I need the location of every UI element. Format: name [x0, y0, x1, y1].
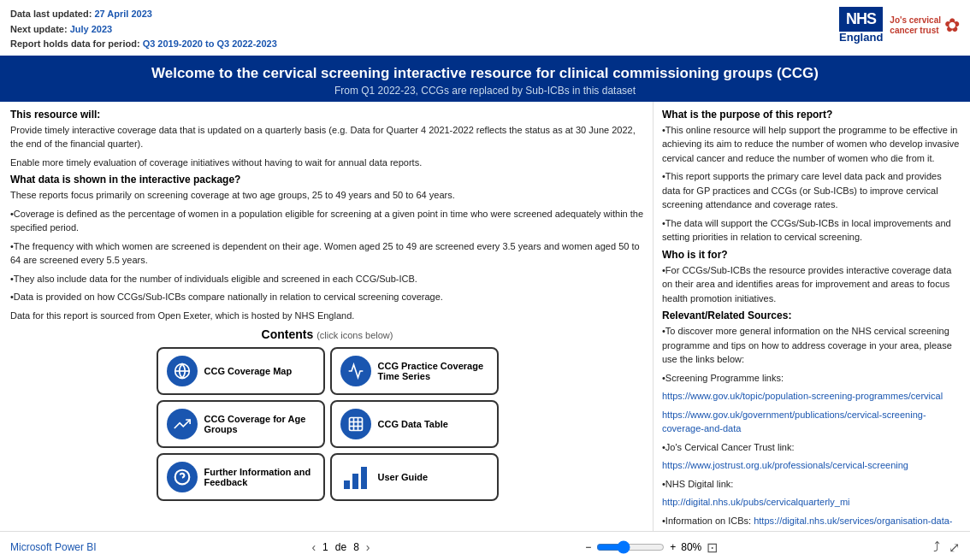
sources-intro: •To discover more general information on…: [662, 324, 960, 367]
main-content: This resource will: Provide timely inter…: [0, 102, 970, 531]
meta-info: Data last updated: 27 April 2023 Next up…: [10, 7, 277, 52]
share-button[interactable]: ⤴: [933, 539, 940, 555]
fit-page-button[interactable]: ⊡: [707, 539, 718, 556]
zoom-control: − + 80% ⊡: [585, 539, 718, 556]
svg-rect-2: [349, 418, 362, 431]
ccg-map-button[interactable]: CCG Coverage Map: [157, 347, 325, 395]
fullscreen-button[interactable]: ⤢: [949, 539, 960, 556]
who-text: •For CCGs/Sub-ICBs the resource provides…: [662, 263, 960, 306]
bar-chart-icon: [340, 462, 371, 492]
what-bullet3: •They also include data for the number o…: [10, 272, 644, 286]
page-current: 1: [322, 541, 328, 553]
next-update-label: Next update:: [10, 24, 68, 34]
link1[interactable]: https://www.gov.uk/topic/population-scre…: [662, 391, 943, 401]
zoom-value: 80%: [681, 541, 701, 553]
who-title: Who is it for?: [662, 249, 960, 261]
right-panel: What is the purpose of this report? •Thi…: [654, 102, 970, 531]
data-updated-label: Data last updated:: [10, 9, 92, 19]
what-bullet4: •Data is provided on how CCGs/Sub-ICBs c…: [10, 290, 644, 304]
contents-area: Contents (click icons below) CCG Coverag…: [10, 327, 644, 501]
icb-text: •Information on ICBs:: [662, 516, 751, 526]
header-subtitle: From Q1 2022-23, CCGs are replaced by Su…: [17, 85, 953, 97]
jos-line2: cancer trust: [890, 26, 941, 36]
chart-line-icon: [340, 356, 371, 386]
nhs-digital-label: •NHS Digital link:: [662, 477, 960, 492]
purpose-title: What is the purpose of this report?: [662, 109, 960, 121]
chart-area-icon: [167, 409, 198, 439]
jos-line1: Jo's cervical: [890, 15, 941, 26]
link3[interactable]: https://www.jostrust.org.uk/professional…: [662, 460, 908, 470]
header-title: Welcome to the cervical screening intera…: [17, 64, 953, 83]
ccg-table-label: CCG Data Table: [378, 419, 448, 429]
purpose-bullet3: •The data will support the CCGs/Sub-ICBs…: [662, 216, 960, 245]
zoom-minus: −: [585, 541, 591, 553]
zoom-plus: +: [670, 541, 676, 553]
what-text1: These reports focus primarily on screeni…: [10, 188, 644, 203]
resource-text1: Provide timely interactive coverage data…: [10, 123, 644, 151]
data-updated-value: 27 April 2023: [94, 9, 151, 19]
user-guide-button[interactable]: User Guide: [330, 453, 499, 501]
jos-label: •Jo's Cervical Cancer Trust link:: [662, 440, 960, 455]
jos-trust: Jo's cervical cancer trust ✿: [890, 15, 960, 37]
ccg-practice-label: CCG Practice Coverage Time Series: [378, 361, 488, 381]
contents-title: Contents: [262, 327, 314, 341]
what-bullet1: •Coverage is defined as the percentage o…: [10, 207, 644, 235]
zoom-slider[interactable]: [596, 540, 665, 554]
ccg-map-label: CCG Coverage Map: [204, 366, 293, 376]
further-info-label: Further Information and Feedback: [204, 467, 315, 487]
ccg-table-button[interactable]: CCG Data Table: [330, 400, 499, 448]
report-period-label: Report holds data for period:: [10, 38, 140, 49]
right-icons: ⤴ ⤢: [933, 539, 960, 556]
powerbi-link[interactable]: Microsoft Power BI: [10, 541, 97, 553]
purpose-bullet1: •This online resource will help support …: [662, 123, 960, 166]
logo-area: NHS England Jo's cervical cancer trust ✿: [839, 7, 960, 44]
next-page-button[interactable]: ›: [366, 540, 370, 554]
resource-title: This resource will:: [10, 109, 644, 121]
ccg-age-label: CCG Coverage for Age Groups: [204, 414, 315, 434]
left-panel: This resource will: Provide timely inter…: [0, 102, 654, 531]
what-title: What data is shown in the interactive pa…: [10, 174, 644, 186]
question-icon: [167, 462, 198, 492]
globe-icon: [167, 356, 198, 386]
further-info-button[interactable]: Further Information and Feedback: [157, 453, 325, 501]
purpose-bullet2: •This report supports the primary care l…: [662, 169, 960, 212]
bottom-bar: Microsoft Power BI ‹ 1 de 8 › − + 80% ⊡ …: [0, 531, 970, 560]
data-source: Data for this report is sourced from Ope…: [10, 309, 644, 323]
top-bar: Data last updated: 27 April 2023 Next up…: [0, 0, 970, 56]
pagination: ‹ 1 de 8 ›: [311, 540, 370, 554]
link4[interactable]: http://digital.nhs.uk/pubs/cervicalquart…: [662, 497, 850, 507]
icon-grid: CCG Coverage Map CCG Practice Coverage T…: [157, 347, 499, 501]
report-period-value: Q3 2019-2020 to Q3 2022-2023: [143, 38, 277, 49]
ccg-practice-button[interactable]: CCG Practice Coverage Time Series: [330, 347, 499, 395]
link2[interactable]: https://www.gov.uk/government/publicatio…: [662, 410, 926, 434]
nhs-england-text: England: [839, 32, 883, 44]
resource-text2: Enable more timely evaluation of coverag…: [10, 156, 644, 170]
screening-links-label: •Screening Programme links:: [662, 371, 960, 386]
header-banner: Welcome to the cervical screening intera…: [0, 56, 970, 102]
ccg-age-button[interactable]: CCG Coverage for Age Groups: [157, 400, 325, 448]
page-total: 8: [353, 541, 359, 553]
what-bullet2: •The frequency with which women are scre…: [10, 239, 644, 268]
page-sep: de: [335, 541, 346, 553]
nhs-logo: NHS: [839, 7, 883, 32]
prev-page-button[interactable]: ‹: [311, 540, 316, 554]
contents-subtitle: (click icons below): [316, 330, 393, 340]
sources-title: Relevant/Related Sources:: [662, 309, 960, 321]
table-icon: [340, 409, 371, 439]
flower-icon: ✿: [944, 15, 960, 37]
next-update-value: July 2023: [70, 24, 113, 34]
user-guide-label: User Guide: [378, 472, 429, 482]
